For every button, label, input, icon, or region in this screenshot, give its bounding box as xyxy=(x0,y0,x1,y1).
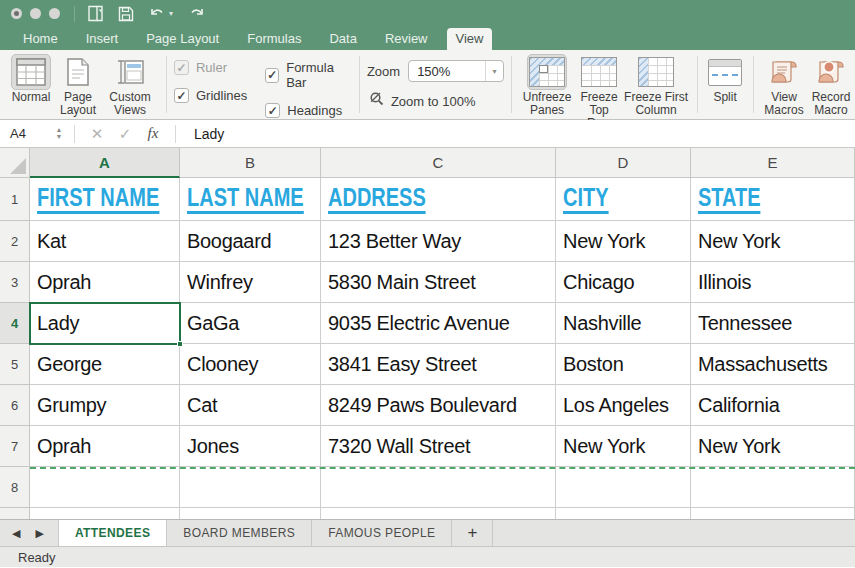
formula-input[interactable]: Lady xyxy=(184,126,224,142)
minimize-window-button[interactable] xyxy=(30,8,41,19)
cell-B7[interactable]: Jones xyxy=(180,426,321,467)
ribbon-tab-view[interactable]: View xyxy=(447,28,493,50)
normal-view-button[interactable]: Normal xyxy=(8,54,54,104)
cell-B8[interactable] xyxy=(180,467,321,508)
row-header-4[interactable]: 4 xyxy=(0,303,30,344)
new-workbook-icon[interactable] xyxy=(87,5,104,22)
cell-D1[interactable]: CITY xyxy=(556,178,691,221)
row-header-1[interactable]: 1 xyxy=(0,178,30,221)
close-window-button[interactable] xyxy=(11,8,22,19)
cell-E8[interactable] xyxy=(691,467,855,508)
title-bar: ▾ xyxy=(0,0,855,27)
cell-C6[interactable]: 8249 Paws Boulevard xyxy=(321,385,556,426)
row-header-7[interactable]: 7 xyxy=(0,426,30,467)
cell-B1[interactable]: LAST NAME xyxy=(180,178,321,221)
cell-D8[interactable] xyxy=(556,467,691,508)
cell-A2[interactable]: Kat xyxy=(30,221,180,262)
cell-B4[interactable]: GaGa xyxy=(180,303,321,344)
cell-B5[interactable]: Clooney xyxy=(180,344,321,385)
column-header-C[interactable]: C xyxy=(321,148,556,178)
cell-D2[interactable]: New York xyxy=(556,221,691,262)
cell-E6[interactable]: California xyxy=(691,385,855,426)
column-header-E[interactable]: E xyxy=(691,148,855,178)
cell-B2[interactable]: Boogaard xyxy=(180,221,321,262)
row-header-5[interactable]: 5 xyxy=(0,344,30,385)
ribbon-tab-review[interactable]: Review xyxy=(376,28,437,50)
custom-views-button[interactable]: Custom Views xyxy=(102,54,158,117)
cell-D4[interactable]: Nashville xyxy=(556,303,691,344)
cell-A8[interactable] xyxy=(30,467,180,508)
view-macros-button[interactable]: View Macros xyxy=(761,54,807,117)
prev-sheet-arrow[interactable]: ◀ xyxy=(12,527,20,540)
cell-E3[interactable]: Illinois xyxy=(691,262,855,303)
cell-B6[interactable]: Cat xyxy=(180,385,321,426)
cell-E4[interactable]: Tennessee xyxy=(691,303,855,344)
cell-E5[interactable]: Massachusetts xyxy=(691,344,855,385)
row-header-2[interactable]: 2 xyxy=(0,221,30,262)
column-header-D[interactable]: D xyxy=(556,148,691,178)
cell-A7[interactable]: Oprah xyxy=(30,426,180,467)
cell-C5[interactable]: 3841 Easy Street xyxy=(321,344,556,385)
ribbon-tab-insert[interactable]: Insert xyxy=(77,28,128,50)
cell-A1[interactable]: FIRST NAME xyxy=(30,178,180,221)
zoom-window-button[interactable] xyxy=(49,8,60,19)
row-header-3[interactable]: 3 xyxy=(0,262,30,303)
cell-C3[interactable]: 5830 Main Street xyxy=(321,262,556,303)
undo-icon[interactable] xyxy=(148,6,167,21)
cell-E1[interactable]: STATE xyxy=(691,178,855,221)
cell-A3[interactable]: Oprah xyxy=(30,262,180,303)
redo-icon[interactable] xyxy=(187,6,206,21)
cell-E7[interactable]: New York xyxy=(691,426,855,467)
cell-D7[interactable]: New York xyxy=(556,426,691,467)
freeze-first-column-button[interactable]: Freeze First Column xyxy=(623,54,689,117)
cell-A6[interactable]: Grumpy xyxy=(30,385,180,426)
cell-C2[interactable]: 123 Better Way xyxy=(321,221,556,262)
sheet-tab-attendees[interactable]: ATTENDEES xyxy=(58,520,167,546)
enter-icon[interactable]: ✓ xyxy=(111,125,139,143)
select-all-corner[interactable] xyxy=(0,148,30,178)
zoom-to-100-label: Zoom to 100% xyxy=(391,94,476,109)
ribbon-tab-formulas[interactable]: Formulas xyxy=(238,28,310,50)
cell-E2[interactable]: New York xyxy=(691,221,855,262)
row-header-6[interactable]: 6 xyxy=(0,385,30,426)
page-layout-view-button[interactable]: Page Layout xyxy=(55,54,101,117)
cell-D6[interactable]: Los Angeles xyxy=(556,385,691,426)
add-sheet-button[interactable]: + xyxy=(452,520,493,546)
headings-checkbox[interactable]: ✓ Headings xyxy=(265,103,352,118)
undo-dropdown-caret[interactable]: ▾ xyxy=(169,9,173,18)
cell-C4[interactable]: 9035 Electric Avenue xyxy=(321,303,556,344)
split-button[interactable]: Split xyxy=(705,54,745,104)
column-header-B[interactable]: B xyxy=(180,148,321,178)
sheet-tab-board-members[interactable]: BOARD MEMBERS xyxy=(167,520,312,546)
record-macro-button[interactable]: Record Macro xyxy=(808,54,854,117)
formula-bar-checkbox[interactable]: ✓ Formula Bar xyxy=(265,60,352,90)
cancel-icon[interactable]: ✕ xyxy=(83,125,111,143)
cell-D5[interactable]: Boston xyxy=(556,344,691,385)
ribbon-tab-data[interactable]: Data xyxy=(320,28,365,50)
ribbon-tab-page-layout[interactable]: Page Layout xyxy=(137,28,228,50)
zoom-level-combobox[interactable]: 150% ▾ xyxy=(408,60,504,82)
cell-A4[interactable]: Lady xyxy=(30,303,180,344)
row-header-8[interactable]: 8 xyxy=(0,467,30,508)
cell-C1[interactable]: ADDRESS xyxy=(321,178,556,221)
name-box[interactable]: A4 xyxy=(0,126,52,141)
zoom-to-100-button[interactable]: Zoom to 100% xyxy=(367,91,504,111)
unfreeze-panes-icon xyxy=(527,54,567,90)
sheet-tab-famous-people[interactable]: FAMOUS PEOPLE xyxy=(312,520,452,546)
name-box-stepper[interactable]: ▲▼ xyxy=(52,127,66,140)
freeze-top-row-button[interactable]: Freeze Top Row xyxy=(576,54,622,130)
cell-C7[interactable]: 7320 Wall Street xyxy=(321,426,556,467)
cell-B3[interactable]: Winfrey xyxy=(180,262,321,303)
next-sheet-arrow[interactable]: ▶ xyxy=(35,527,43,540)
cell-A5[interactable]: George xyxy=(30,344,180,385)
cell-C8[interactable] xyxy=(321,467,556,508)
cell-D3[interactable]: Chicago xyxy=(556,262,691,303)
gridlines-checkbox[interactable]: ✓ Gridlines xyxy=(174,88,247,103)
unfreeze-panes-button[interactable]: Unfreeze Panes xyxy=(519,54,575,117)
zoom-dropdown-caret[interactable]: ▾ xyxy=(485,61,503,81)
ribbon-tab-home[interactable]: Home xyxy=(14,28,67,50)
column-header-A[interactable]: A xyxy=(30,148,180,178)
save-icon[interactable] xyxy=(118,6,134,22)
insert-function-icon[interactable]: fx xyxy=(139,125,167,142)
ruler-checkbox[interactable]: ✓ Ruler xyxy=(174,60,247,75)
